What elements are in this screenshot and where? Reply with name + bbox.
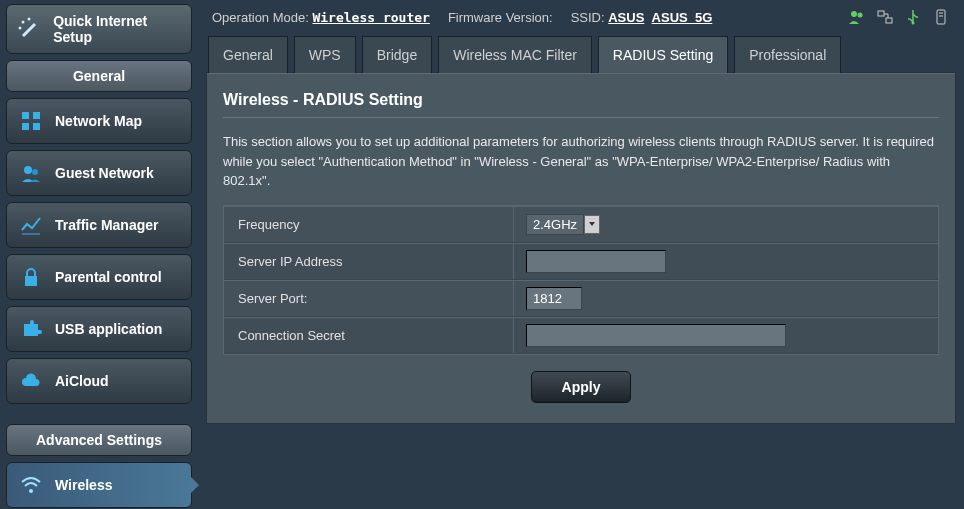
tab-mac-filter[interactable]: Wireless MAC Filter	[438, 36, 592, 73]
svg-point-11	[29, 489, 33, 493]
svg-point-0	[22, 21, 25, 24]
cloud-icon	[19, 369, 43, 393]
sidebar-item-label: Guest Network	[55, 165, 154, 181]
svg-point-7	[24, 166, 32, 174]
sidebar-item-label: AiCloud	[55, 373, 109, 389]
server-ip-label: Server IP Address	[224, 244, 514, 279]
server-port-input[interactable]	[526, 287, 582, 310]
tab-professional[interactable]: Professional	[734, 36, 841, 73]
svg-point-12	[851, 11, 857, 17]
svg-rect-17	[937, 10, 945, 24]
network-status-icon[interactable]	[876, 8, 894, 26]
frequency-value: 2.4GHz	[526, 214, 584, 235]
op-mode-value[interactable]: Wireless router	[312, 10, 429, 25]
svg-point-2	[19, 27, 22, 30]
device-icon[interactable]	[932, 8, 950, 26]
svg-rect-6	[33, 123, 40, 130]
tab-radius-setting[interactable]: RADIUS Setting	[598, 36, 728, 73]
svg-point-13	[858, 13, 863, 18]
sidebar-item-label: USB application	[55, 321, 162, 337]
sidebar-section-general: General	[6, 60, 192, 92]
tab-wps[interactable]: WPS	[294, 36, 356, 73]
sidebar-item-label: Parental control	[55, 269, 162, 285]
svg-point-1	[28, 18, 31, 21]
sidebar-item-aicloud[interactable]: AiCloud	[6, 358, 192, 404]
op-mode-label: Operation Mode:	[212, 10, 309, 25]
chevron-down-icon	[584, 215, 600, 234]
svg-rect-4	[33, 112, 40, 119]
sidebar-item-traffic-manager[interactable]: Traffic Manager	[6, 202, 192, 248]
apply-button[interactable]: Apply	[531, 371, 632, 403]
wand-icon	[17, 15, 43, 43]
svg-rect-15	[886, 18, 892, 23]
ssid-label: SSID:	[571, 10, 605, 25]
svg-rect-5	[22, 123, 29, 130]
sidebar-item-wireless[interactable]: Wireless	[6, 462, 192, 508]
panel-title: Wireless - RADIUS Setting	[223, 91, 939, 118]
usb-icon[interactable]	[904, 8, 922, 26]
svg-point-8	[32, 169, 38, 175]
traffic-manager-icon	[19, 213, 43, 237]
sidebar-item-guest-network[interactable]: Guest Network	[6, 150, 192, 196]
sidebar-item-label: Network Map	[55, 113, 142, 129]
panel-description: This section allows you to set up additi…	[223, 132, 939, 191]
sidebar-item-label: Wireless	[55, 477, 112, 493]
ssid-2[interactable]: ASUS_5G	[652, 10, 713, 25]
quick-internet-setup-button[interactable]: Quick Internet Setup	[6, 4, 192, 54]
wifi-icon	[19, 473, 43, 497]
connection-secret-input[interactable]	[526, 324, 786, 347]
svg-rect-14	[878, 11, 884, 16]
sidebar-item-network-map[interactable]: Network Map	[6, 98, 192, 144]
sidebar-section-advanced: Advanced Settings	[6, 424, 192, 456]
firmware-label: Firmware Version:	[448, 10, 553, 25]
top-status-bar: Operation Mode: Wireless router Firmware…	[206, 4, 956, 36]
puzzle-icon	[19, 317, 43, 341]
quick-setup-label: Quick Internet Setup	[53, 13, 181, 45]
sidebar-item-label: Traffic Manager	[55, 217, 158, 233]
tab-general[interactable]: General	[208, 36, 288, 73]
svg-rect-10	[25, 276, 37, 286]
connection-secret-label: Connection Secret	[224, 318, 514, 353]
network-map-icon	[19, 109, 43, 133]
frequency-label: Frequency	[224, 207, 514, 242]
guest-network-icon	[19, 161, 43, 185]
lock-icon	[19, 265, 43, 289]
frequency-select[interactable]: 2.4GHz	[526, 214, 600, 235]
ssid-1[interactable]: ASUS	[608, 10, 644, 25]
svg-point-16	[912, 22, 915, 25]
settings-panel: Wireless - RADIUS Setting This section a…	[206, 72, 956, 424]
server-ip-input[interactable]	[526, 250, 666, 273]
users-icon[interactable]	[848, 8, 866, 26]
tab-bridge[interactable]: Bridge	[362, 36, 432, 73]
server-port-label: Server Port:	[224, 281, 514, 316]
svg-rect-3	[22, 112, 29, 119]
sidebar-item-parental-control[interactable]: Parental control	[6, 254, 192, 300]
sidebar-item-usb-application[interactable]: USB application	[6, 306, 192, 352]
